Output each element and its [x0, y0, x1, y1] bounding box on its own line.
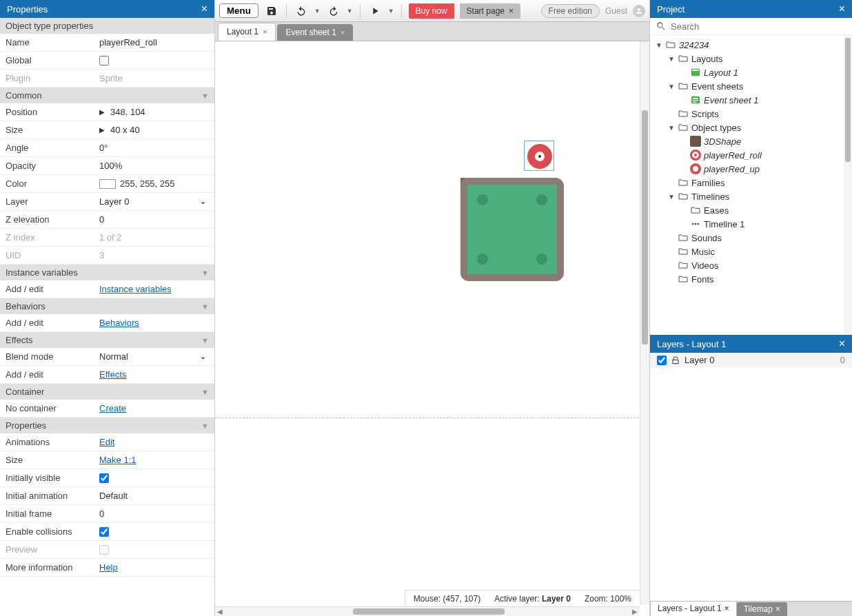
close-icon[interactable]: × — [341, 28, 345, 37]
tree-fonts[interactable]: Fonts — [650, 272, 852, 286]
object-icon — [690, 150, 701, 161]
expand-arrow-icon[interactable]: ▶ — [99, 126, 105, 134]
section-properties[interactable]: Properties▼ — [0, 418, 214, 433]
global-label: Global — [0, 52, 95, 68]
close-icon[interactable]: × — [724, 604, 729, 613]
play-icon[interactable] — [367, 3, 383, 19]
layout-boundary-line — [215, 418, 649, 418]
buy-now-button[interactable]: Buy now — [409, 3, 454, 19]
tree-families[interactable]: Families — [650, 176, 852, 189]
close-icon[interactable]: × — [263, 28, 267, 36]
zindex-value: 1 of 2 — [95, 229, 214, 245]
tree-eventsheet1[interactable]: Event sheet 1 — [650, 93, 852, 107]
name-value[interactable]: playerRed_roll — [95, 34, 214, 50]
color-swatch-icon[interactable] — [99, 179, 116, 189]
scroll-left-icon[interactable]: ◀ — [215, 607, 225, 616]
opacity-value[interactable]: 100% — [95, 158, 214, 174]
initial-frame-value[interactable]: 0 — [95, 506, 214, 522]
play-dropdown-icon[interactable]: ▼ — [388, 8, 394, 14]
project-search[interactable] — [650, 18, 852, 35]
size-value[interactable]: ▶40 x 40 — [95, 122, 214, 138]
close-icon[interactable]: × — [839, 3, 845, 15]
zelevation-value[interactable]: 0 — [95, 212, 214, 227]
redo-dropdown-icon[interactable]: ▼ — [347, 8, 353, 14]
tree-objecttypes[interactable]: ▼Object types — [650, 121, 852, 134]
object-3dshape[interactable] — [460, 178, 571, 292]
layer-visible-checkbox[interactable] — [657, 356, 667, 365]
project-title: Project — [657, 4, 684, 14]
edit-animations-link[interactable]: Edit — [99, 437, 114, 447]
tree-videos[interactable]: Videos — [650, 258, 852, 272]
menu-button[interactable]: Menu — [219, 3, 258, 18]
unlock-icon[interactable] — [671, 356, 680, 365]
tree-eases[interactable]: Eases — [650, 203, 852, 217]
instance-variables-link[interactable]: Instance variables — [99, 284, 172, 294]
close-icon[interactable]: × — [509, 6, 514, 16]
layout-canvas[interactable]: ◀ ▶ Mouse: (457, 107) Active layer: Laye… — [215, 41, 649, 616]
horizontal-scrollbar[interactable]: ◀ ▶ — [215, 606, 640, 616]
tree-timeline1[interactable]: Timeline 1 — [650, 217, 852, 231]
create-container-link[interactable]: Create — [99, 403, 126, 413]
tab-eventsheet1[interactable]: Event sheet 1× — [277, 24, 353, 41]
tree-eventsheets[interactable]: ▼Event sheets — [650, 79, 852, 93]
make-1-1-link[interactable]: Make 1:1 — [99, 455, 136, 465]
section-instance-variables[interactable]: Instance variables▼ — [0, 265, 214, 280]
tree-layouts[interactable]: ▼Layouts — [650, 52, 852, 65]
section-effects[interactable]: Effects▼ — [0, 332, 214, 348]
project-header: Project × — [650, 0, 852, 18]
tree-timelines[interactable]: ▼Timelines — [650, 189, 852, 203]
tree-obj-3dshape[interactable]: 3DShape — [650, 134, 852, 148]
tree-obj-playerred-roll[interactable]: playerRed_roll — [650, 148, 852, 162]
close-icon[interactable]: × — [839, 338, 845, 350]
enable-collisions-checkbox[interactable] — [99, 527, 109, 537]
plugin-label: Plugin — [0, 70, 95, 86]
section-container[interactable]: Container▼ — [0, 384, 214, 400]
chevron-down-icon: ▼ — [201, 92, 209, 100]
active-layer: Layer 0 — [542, 594, 571, 604]
tree-scrollbar[interactable] — [844, 35, 852, 335]
chevron-down-icon: ▼ — [201, 336, 209, 345]
close-icon[interactable]: × — [201, 3, 207, 15]
tree-music[interactable]: Music — [650, 245, 852, 258]
expand-arrow-icon[interactable]: ▶ — [99, 108, 105, 116]
user-avatar-icon[interactable] — [633, 5, 645, 17]
tab-layout1[interactable]: Layout 1× — [218, 23, 276, 41]
close-icon[interactable]: × — [775, 604, 780, 614]
object-playerred-roll-selected[interactable] — [524, 141, 554, 171]
object-icon — [690, 136, 701, 147]
section-behaviors[interactable]: Behaviors▼ — [0, 298, 214, 314]
btab-layers[interactable]: Layers - Layout 1× — [650, 601, 737, 616]
search-input[interactable] — [671, 21, 846, 32]
redo-icon[interactable] — [326, 3, 341, 19]
position-value[interactable]: ▶348, 104 — [95, 104, 214, 120]
help-link[interactable]: Help — [99, 562, 118, 573]
free-edition-badge[interactable]: Free edition — [541, 4, 600, 18]
section-object-type[interactable]: Object type properties — [0, 18, 214, 34]
start-page-tab[interactable]: Start page× — [460, 3, 520, 19]
behaviors-link[interactable]: Behaviors — [99, 318, 139, 328]
global-checkbox[interactable] — [99, 56, 109, 65]
chevron-down-icon: ▼ — [201, 388, 209, 396]
section-common[interactable]: Common▼ — [0, 88, 214, 103]
psize-label: Size — [0, 452, 95, 468]
tree-sounds[interactable]: Sounds — [650, 231, 852, 245]
layer-row-0[interactable]: Layer 0 0 — [650, 353, 852, 367]
layers-title: Layers - Layout 1 — [657, 339, 726, 349]
initially-visible-checkbox[interactable] — [99, 473, 109, 483]
undo-dropdown-icon[interactable]: ▼ — [314, 8, 321, 14]
angle-value[interactable]: 0° — [95, 140, 214, 156]
tree-layout1[interactable]: Layout 1 — [650, 65, 852, 79]
tree-root[interactable]: ▼324234 — [650, 38, 852, 52]
tree-scripts[interactable]: Scripts — [650, 107, 852, 121]
layer-select[interactable]: Layer 0⌄ — [95, 194, 214, 209]
scroll-right-icon[interactable]: ▶ — [630, 607, 640, 616]
save-icon[interactable] — [264, 3, 279, 19]
effects-link[interactable]: Effects — [99, 369, 127, 380]
undo-icon[interactable] — [294, 3, 309, 19]
initial-animation-value[interactable]: Default — [95, 488, 214, 504]
blendmode-select[interactable]: Normal⌄ — [95, 349, 214, 365]
tree-obj-playerred-up[interactable]: playerRed_up — [650, 162, 852, 176]
btab-tilemap[interactable]: Tilemap× — [737, 602, 787, 616]
vertical-scrollbar[interactable] — [640, 41, 649, 605]
color-value[interactable]: 255, 255, 255 — [95, 176, 214, 192]
